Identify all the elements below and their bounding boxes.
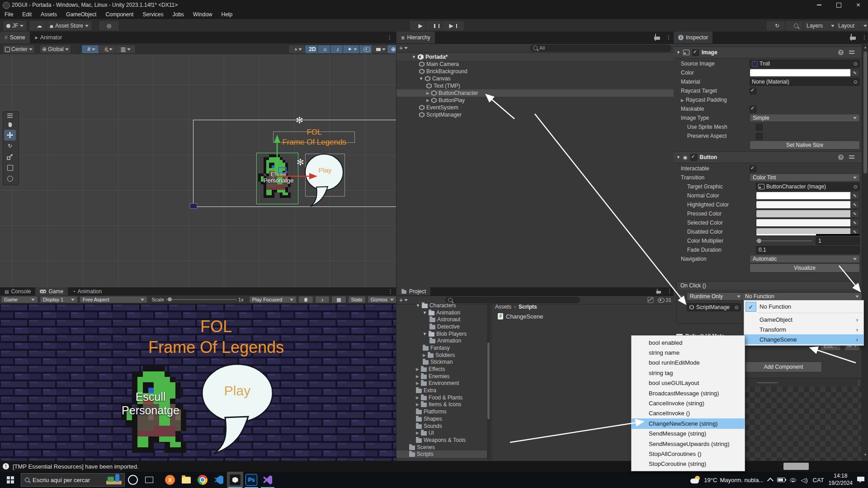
cortana-button[interactable] — [125, 472, 141, 488]
hierarchy-row[interactable]: ▼ Portada* — [396, 53, 674, 61]
dropdown[interactable]: Simple — [750, 114, 860, 122]
method-menu-item[interactable]: bool enabled — [632, 338, 745, 347]
project-tree-row[interactable]: Scripts — [396, 450, 487, 458]
object-picker-icon[interactable]: ⊙ — [854, 184, 858, 190]
project-tree-scrollbar[interactable] — [487, 302, 490, 460]
menu-item[interactable]: Services — [138, 10, 168, 19]
object-field[interactable]: ButtonCharacter (Image)⊙ — [756, 183, 860, 191]
tab-inspector[interactable]: iInspector — [674, 32, 712, 43]
project-menu-kebab[interactable]: ⋮ — [667, 288, 672, 294]
hierarchy-row[interactable]: BrickBackground — [396, 68, 674, 75]
inspector-button[interactable]: Visualize — [750, 263, 860, 272]
anchor-gizmo-icon[interactable]: ✻ — [296, 115, 303, 126]
rect-tool-button[interactable] — [4, 162, 16, 173]
status-message[interactable]: [TMP Essential Resources] have been impo… — [13, 463, 139, 470]
add-object-caret[interactable] — [404, 47, 408, 49]
project-tree-row[interactable]: Animation — [396, 337, 487, 344]
menu-item[interactable]: Jobs — [168, 10, 188, 19]
inspector-menu-kebab[interactable]: ⋮ — [862, 34, 867, 41]
color-field[interactable]: ✎ — [756, 192, 860, 200]
checkbox[interactable] — [750, 106, 756, 113]
method-menu-item[interactable]: string tag — [632, 368, 745, 378]
function-menu-item[interactable]: Transform › — [744, 324, 863, 334]
tab-scene[interactable]: #Scene — [0, 32, 30, 43]
game-viewport[interactable]: FOL Frame Of Legends Escull Personatge P… — [0, 304, 396, 461]
tool-rail-handle[interactable] — [4, 113, 16, 119]
dropdown[interactable]: Color Tint — [750, 174, 860, 182]
xampp-icon[interactable]: X — [162, 472, 178, 488]
tab-animation[interactable]: ◔Animation — [68, 287, 106, 296]
object-picker-icon[interactable]: ⊙ — [854, 79, 858, 85]
menu-item[interactable]: Component — [101, 10, 138, 19]
slider-value[interactable]: 1 — [816, 237, 860, 245]
method-menu-item[interactable]: string name — [632, 347, 745, 357]
hierarchy-row[interactable]: EventSystem — [396, 104, 674, 111]
object-picker-icon[interactable]: ⊙ — [735, 305, 739, 310]
project-tree-row[interactable]: ▶ Food & Plants — [396, 394, 487, 401]
hierarchy-row[interactable]: ▶ ButtonPlay — [396, 97, 674, 104]
unity-taskbar-icon[interactable] — [227, 472, 243, 488]
menu-item[interactable]: File — [0, 10, 18, 19]
asset-item[interactable]: # ChangeScene — [491, 312, 674, 321]
hierarchy-row[interactable]: Main Camera — [396, 61, 674, 68]
project-tree-row[interactable]: ▶ UI — [396, 429, 487, 436]
file-explorer-icon[interactable] — [178, 472, 194, 488]
project-tree-row[interactable]: Fantasy — [396, 344, 487, 352]
layers-dropdown[interactable]: Layers — [803, 20, 838, 31]
project-tree-row[interactable]: ▼ Blob Players — [396, 330, 487, 338]
object-field[interactable]: Troll⊙ — [750, 60, 860, 68]
aspect-dropdown[interactable]: Free Aspect — [80, 296, 147, 303]
minimize-button[interactable] — [809, 0, 829, 10]
vscode-icon[interactable] — [211, 472, 227, 488]
visual-studio-icon[interactable] — [259, 472, 276, 488]
method-menu-item[interactable]: CancelInvoke () — [632, 408, 745, 418]
image-component-header[interactable]: ▼ Image ? ⋮ — [674, 47, 868, 58]
collab-button[interactable]: ◎ — [99, 20, 119, 31]
project-tree-row[interactable]: ▶ Enemies — [396, 373, 487, 380]
project-tree-row[interactable]: Scenes — [396, 444, 487, 451]
method-menu-item[interactable]: CancelInvoke (string) — [632, 398, 745, 408]
hierarchy-search-input[interactable]: All — [530, 45, 671, 52]
event-target-field[interactable]: ScriptManage⊙ — [687, 303, 741, 311]
method-menu-item[interactable]: StopCoroutine (string) — [632, 459, 745, 469]
preview-kebab[interactable]: ⋮ — [856, 380, 862, 386]
project-tree-row[interactable]: Shapes — [396, 415, 487, 422]
method-menu-item[interactable]: bool useGUILayout — [632, 378, 745, 388]
pivot-dropdown[interactable]: Center — [3, 45, 35, 54]
checkbox[interactable] — [756, 124, 763, 131]
object-picker-icon[interactable]: ⊙ — [854, 61, 858, 67]
weather-widget[interactable]: 19°C Mayorm. nubla... — [690, 476, 764, 484]
dropdown[interactable]: Automatic — [750, 255, 860, 263]
chrome-icon[interactable] — [194, 472, 211, 488]
method-menu-item[interactable]: BroadcastMessage (string) — [632, 388, 745, 398]
hierarchy-row[interactable]: ▼ Canvas — [396, 75, 674, 82]
clock[interactable]: 14:1819/2/2024 — [829, 473, 853, 487]
view-tool-button[interactable] — [4, 119, 16, 130]
project-tree-row[interactable]: Stickman — [396, 359, 487, 366]
anchor-gizmo-icon[interactable]: ✻ — [297, 157, 304, 168]
menu-item[interactable]: GameObject — [61, 10, 101, 19]
help-icon[interactable]: ? — [838, 50, 844, 55]
presets-icon[interactable] — [849, 50, 854, 55]
scene-viewport[interactable]: FOL Frame Of Legends Escull Personatge P… — [0, 54, 396, 287]
add-object-button[interactable]: + — [399, 44, 403, 52]
runtime-mode-dropdown[interactable]: Runtime Only — [687, 292, 744, 300]
language-indicator[interactable]: CAT — [813, 477, 824, 483]
text-field[interactable]: 0.1 — [756, 246, 860, 254]
close-button[interactable]: ✕ — [849, 0, 868, 10]
play-bubble[interactable] — [0, 304, 396, 461]
asset-store-button[interactable]: Asset Store — [46, 20, 92, 31]
project-tree-row[interactable]: ▼ Animation — [396, 309, 487, 316]
start-button[interactable] — [0, 472, 21, 488]
eyedropper-icon[interactable]: ✎ — [850, 219, 859, 226]
method-menu-item[interactable]: bool runInEditMode — [632, 358, 745, 368]
display-dropdown[interactable]: Display 1 — [40, 296, 78, 303]
tab-game[interactable]: Game — [35, 287, 68, 296]
tab-project[interactable]: Project — [396, 287, 430, 296]
task-view-button[interactable] — [141, 472, 157, 488]
eyedropper-icon[interactable]: ✎ — [850, 210, 859, 217]
menu-item[interactable]: Edit — [18, 10, 36, 19]
eyedropper-icon[interactable]: ✎ — [850, 69, 859, 76]
method-menu-item[interactable]: SendMessage (string) — [632, 429, 745, 439]
breadcrumb-current[interactable]: Scripts — [519, 304, 537, 310]
